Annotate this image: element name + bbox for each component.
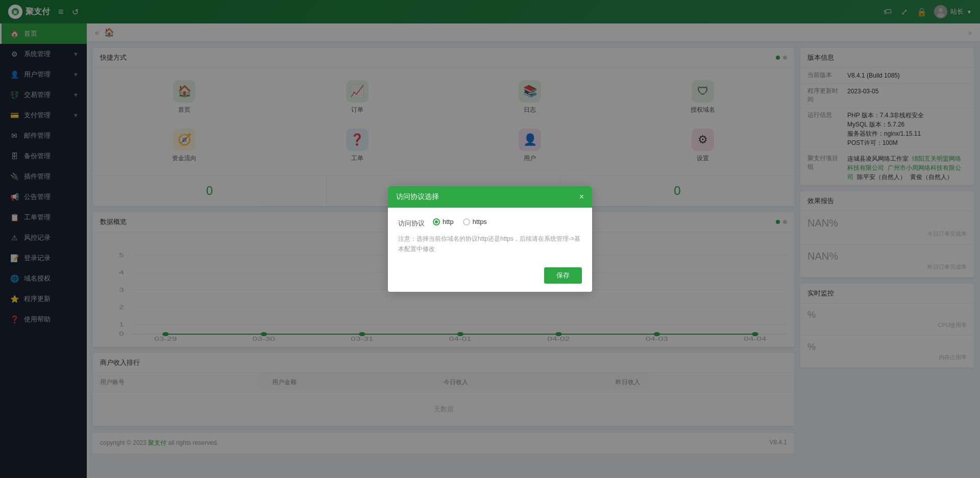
modal-title: 访问协议选择 [396,192,439,202]
radio-https-label: https [473,218,487,225]
modal-overlay[interactable]: 访问协议选择 × 访问协议 http https 注意：选择当前你域名的协议ht… [0,0,980,478]
modal-save-button[interactable]: 保存 [544,267,582,284]
modal-footer: 保存 [388,262,592,292]
modal-header: 访问协议选择 × [388,186,592,208]
modal-options: http https [433,218,487,225]
radio-http-label: http [443,218,454,225]
modal-protocol-row: 访问协议 http https [398,218,582,228]
radio-http-circle [433,218,440,225]
radio-http[interactable]: http [433,218,454,225]
radio-https-circle [463,218,470,225]
modal-protocol-label: 访问协议 [398,218,427,228]
modal-body: 访问协议 http https 注意：选择当前你域名的协议http还是https… [388,208,592,262]
modal-close-button[interactable]: × [579,193,584,201]
modal-note: 注意：选择当前你域名的协议http还是https，后续请在系统管理->基本配置中… [398,234,582,254]
radio-https[interactable]: https [463,218,487,225]
modal-dialog: 访问协议选择 × 访问协议 http https 注意：选择当前你域名的协议ht… [388,186,592,291]
